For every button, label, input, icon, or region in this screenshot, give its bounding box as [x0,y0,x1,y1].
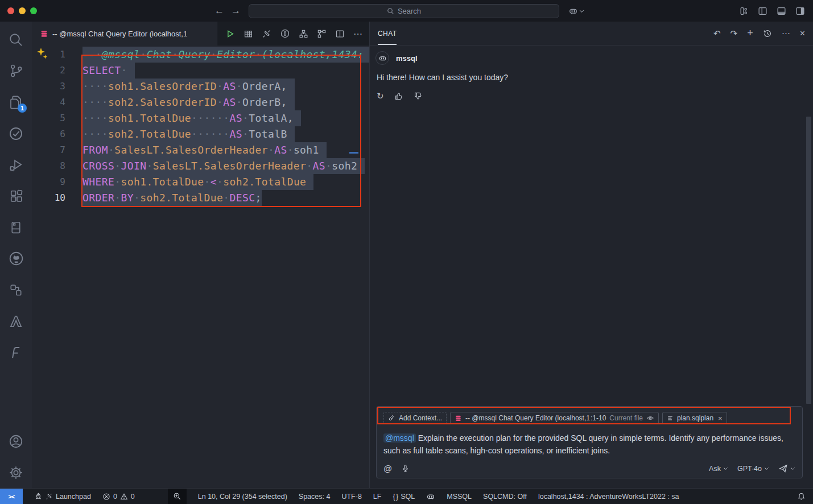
code-text: ····soh1.TotalDue······AS·TotalA, [82,110,301,126]
change-connection-icon[interactable] [280,28,290,39]
toggle-panel-icon[interactable] [777,6,786,16]
line-number: 3 [32,79,65,94]
language-mode-item[interactable]: { } SQL [393,493,415,501]
code-line[interactable]: 8CROSS·JOIN·SalesLT.SalesOrderHeader·AS·… [32,158,369,174]
send-button[interactable] [778,464,795,473]
sidebar-item-fabric[interactable] [0,337,32,368]
chat-messages: mssql Hi there! How can I assist you tod… [370,46,813,406]
code-editor[interactable]: 1--·@mssql·Chat·Query·Editor·(localhost,… [32,46,369,488]
close-icon[interactable]: × [800,28,805,39]
code-line[interactable]: 2SELECT· [32,63,369,79]
zoom-status-item[interactable] [168,489,187,504]
chevron-down-icon [790,466,795,470]
line-number: 4 [32,94,65,110]
undo-icon[interactable]: ↶ [713,28,721,39]
chat-panel-header: CHAT ↶ ↷ + ⋯ × [370,22,813,46]
debug-icon [9,158,23,172]
estimated-plan-icon[interactable] [299,29,308,39]
copilot-icon [568,6,578,16]
chat-prompt-text[interactable]: @mssql Explain the execution plan for th… [383,432,795,457]
database-icon [40,30,48,38]
sidebar-item-extensions[interactable] [0,180,32,212]
sidebar-item-testing[interactable] [0,118,32,149]
notifications-bell[interactable] [797,492,806,501]
context-chip-plan-file[interactable]: plan.sqlplan × [662,412,727,424]
chat-scrollbar[interactable] [806,117,811,404]
remote-indicator[interactable]: >< [0,489,23,504]
sidebar-item-search[interactable] [0,24,32,55]
sidebar-item-explorer[interactable]: 1 [0,86,32,118]
toggle-primary-sidebar-icon[interactable] [758,6,767,16]
sidebar-item-notebook[interactable] [0,212,32,243]
thumbs-up-icon[interactable] [394,92,403,101]
warning-icon [120,493,128,501]
cursor-position-item[interactable]: Ln 10, Col 29 (354 selected) [198,493,287,501]
code-line[interactable]: 3····soh1.SalesOrderID·AS·OrderA, [32,79,369,94]
code-text: ····soh1.SalesOrderID·AS·OrderA, [82,79,295,94]
sqlcmd-status-item[interactable]: SQLCMD: Off [483,493,527,501]
history-icon[interactable] [763,29,772,38]
accounts-button[interactable] [0,425,32,457]
tab-mssql-chat-query-editor[interactable]: -- @mssql Chat Query Editor (localhost,1 [32,22,217,46]
file-lines-icon [667,415,674,422]
settings-button[interactable] [0,457,32,488]
customize-layout-icon[interactable] [739,6,749,16]
encoding-item[interactable]: UTF-8 [341,493,361,501]
mention-icon[interactable]: @ [383,464,392,473]
go-back-icon[interactable]: ← [214,5,224,16]
code-line[interactable]: 5····soh1.TotalDue······AS·TotalA, [32,110,369,126]
maximize-window-button[interactable] [30,7,37,14]
minimize-window-button[interactable] [19,7,26,14]
eol-item[interactable]: LF [373,493,382,501]
model-picker[interactable]: GPT-4o [737,465,769,473]
new-chat-icon[interactable]: + [747,27,753,39]
add-context-button[interactable]: Add Context... [383,412,447,424]
copilot-menu-button[interactable] [568,6,584,16]
more-actions-icon[interactable]: ⋯ [353,28,362,39]
thumbs-down-icon[interactable] [414,92,423,101]
more-actions-icon[interactable]: ⋯ [782,28,790,39]
tab-chat[interactable]: CHAT [378,22,397,45]
copilot-sparkle-icon[interactable] [36,48,49,60]
copilot-status-item[interactable] [426,492,435,501]
chat-input-container[interactable]: Add Context... -- @mssql Chat Query Edit… [376,406,803,478]
sidebar-item-database-projects[interactable] [0,274,32,305]
run-query-icon[interactable] [225,29,235,39]
mode-picker[interactable]: Ask [709,465,728,473]
redo-icon[interactable]: ↷ [731,28,738,39]
remove-chip-icon[interactable]: × [718,414,723,423]
sidebar-item-run-debug[interactable] [0,149,32,180]
split-editor-icon[interactable] [335,29,345,39]
editor-tab-bar: -- @mssql Chat Query Editor (localhost,1… [32,22,369,46]
launchpad-status-item[interactable]: Launchpad [34,492,91,501]
actual-plan-icon[interactable] [317,29,327,39]
toggle-secondary-sidebar-icon[interactable] [795,6,805,16]
results-grid-icon[interactable] [244,29,253,39]
code-line[interactable]: 1--·@mssql·Chat·Query·Editor·(localhost,… [32,47,369,63]
eye-icon[interactable] [646,414,654,422]
command-center-search[interactable]: Search [249,4,559,18]
line-number: 5 [32,110,65,126]
mssql-status-item[interactable]: MSSQL [447,493,472,501]
code-line[interactable]: 9WHERE·soh1.TotalDue·<·soh2.TotalDue [32,174,369,190]
microphone-icon[interactable] [401,464,410,473]
sidebar-item-azure[interactable] [0,305,32,337]
code-line[interactable]: 10ORDER·BY·soh2.TotalDue·DESC; [32,190,369,206]
disconnect-icon[interactable] [262,29,271,39]
traffic-lights [7,7,37,14]
regenerate-icon[interactable]: ↻ [377,91,384,101]
indentation-item[interactable]: Spaces: 4 [299,493,331,501]
sidebar-item-source-control[interactable] [0,55,32,86]
error-icon [102,493,110,501]
close-window-button[interactable] [7,7,14,14]
context-chip-current-file[interactable]: -- @mssql Chat Query Editor (localhost,1… [450,412,659,424]
code-line[interactable]: 4····soh2.SalesOrderID·AS·OrderB, [32,94,369,110]
search-placeholder: Search [398,7,421,15]
source-control-icon [9,64,23,78]
code-line[interactable]: 7FROM·SalesLT.SalesOrderHeader·AS·soh1 [32,142,369,158]
connection-status-item[interactable]: localhost,1434 : AdventureWorksLT2022 : … [538,493,679,501]
problems-status-item[interactable]: 0 0 [102,493,135,501]
go-forward-icon[interactable]: → [231,5,241,16]
sidebar-item-github[interactable] [0,243,32,274]
code-line[interactable]: 6····soh2.TotalDue······AS·TotalB [32,126,369,142]
